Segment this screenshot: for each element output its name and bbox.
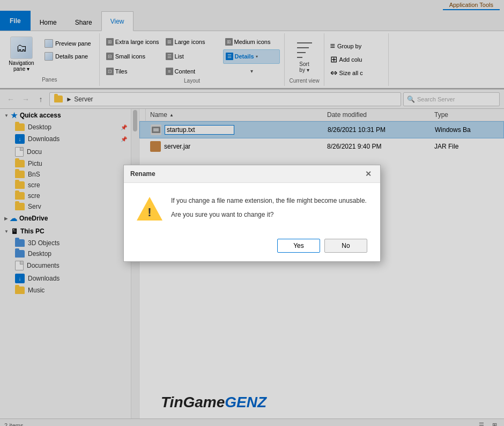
dialog-overlay: Rename ✕ ! If you change a file name ext… [0, 0, 504, 426]
dialog-titlebar: Rename ✕ [124, 165, 380, 183]
dialog-text-line1: If you change a file name extension, the… [171, 196, 367, 205]
dialog-message: If you change a file name extension, the… [171, 196, 367, 224]
dialog-buttons: Yes No [124, 232, 380, 261]
dialog-close-button[interactable]: ✕ [363, 170, 374, 178]
warning-icon: ! [137, 196, 162, 222]
rename-dialog: Rename ✕ ! If you change a file name ext… [123, 165, 381, 262]
dialog-title: Rename [130, 170, 155, 178]
yes-button[interactable]: Yes [277, 239, 320, 253]
no-button[interactable]: No [324, 239, 367, 253]
dialog-body: ! If you change a file name extension, t… [124, 183, 380, 232]
dialog-text-line2: Are you sure you want to change it? [171, 210, 367, 219]
